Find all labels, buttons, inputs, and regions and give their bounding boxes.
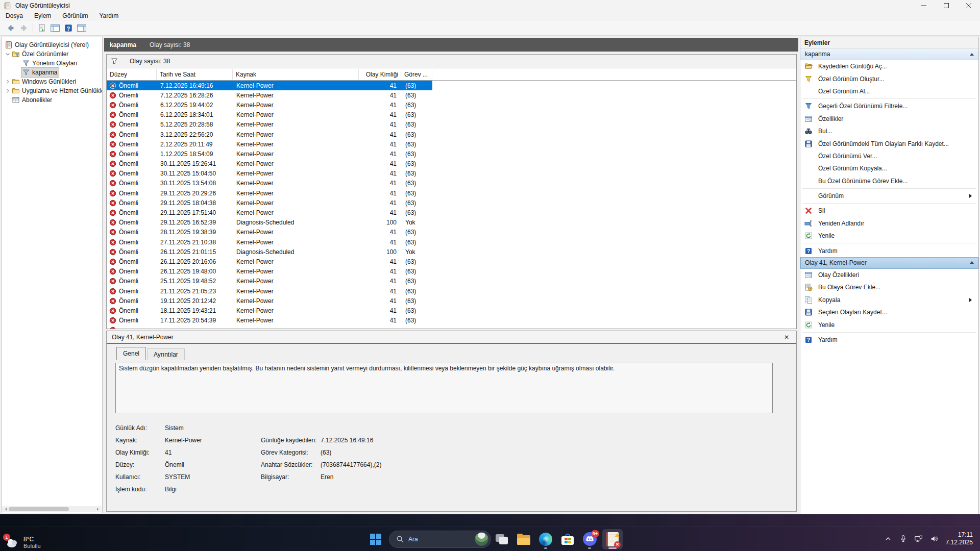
menu-dosya[interactable]: Dosya bbox=[0, 11, 29, 21]
show-console-tree-button[interactable] bbox=[48, 22, 62, 34]
event-row[interactable]: Önemli7.12.2025 16:49:16Kernel-Power41(6… bbox=[107, 81, 432, 90]
tree-item-olay-g-r-nt-leyicisi-yerel-[interactable]: Olay Görüntüleyicisi (Yerel) bbox=[2, 40, 102, 49]
tree-expander-right[interactable] bbox=[4, 87, 11, 94]
event-row[interactable]: Önemli30.11.2025 13:54:08Kernel-Power41(… bbox=[107, 179, 432, 188]
event-row[interactable]: Önemli5.12.2025 20:28:58Kernel-Power41(6… bbox=[107, 120, 432, 130]
detail-close-icon[interactable]: ✕ bbox=[782, 334, 791, 341]
event-row[interactable]: Önemli25.11.2025 19:48:52Kernel-Power41(… bbox=[107, 277, 432, 286]
event-row[interactable]: Önemli21.11.2025 21:05:23Kernel-Power41(… bbox=[107, 286, 432, 296]
discord-button[interactable]: 9+ bbox=[579, 529, 600, 549]
export-list-button[interactable] bbox=[35, 22, 48, 34]
action-yard-m[interactable]: ?Yardım bbox=[800, 244, 978, 257]
event-row[interactable]: Önemli30.11.2025 15:26:41Kernel-Power41(… bbox=[107, 159, 432, 169]
microsoft-store-button[interactable] bbox=[557, 529, 578, 549]
task-view-button[interactable] bbox=[492, 529, 512, 549]
action--zel-g-r-n-m-olu-tur[interactable]: Özel Görünüm Oluştur... bbox=[800, 72, 978, 85]
event-row[interactable]: Önemli26.11.2025 20:16:06Kernel-Power41(… bbox=[107, 257, 432, 266]
event-row[interactable]: Önemli26.11.2025 21:01:15Diagnosis-Sched… bbox=[107, 247, 432, 257]
minimize-button[interactable] bbox=[913, 0, 935, 11]
action--zellikler[interactable]: Özellikler bbox=[800, 113, 978, 125]
tree-horizontal-scrollbar[interactable] bbox=[2, 506, 102, 512]
action--zel-g-r-n-mdeki-t-m-olaylar-farkl-kaydet[interactable]: Özel Görünümdeki Tüm Olayları Farklı Kay… bbox=[800, 137, 978, 149]
tree-item-y-netim-olaylar-[interactable]: Yönetim Olayları bbox=[2, 59, 102, 68]
event-row[interactable]: Önemli1.12.2025 18:54:09Kernel-Power41(6… bbox=[107, 149, 432, 159]
action-ge-erli-zel-g-r-n-m-filtrele[interactable]: Geçerli Özel Görünümü Filtrele... bbox=[800, 100, 978, 112]
tree-expander-right[interactable] bbox=[4, 78, 11, 85]
start-button[interactable] bbox=[365, 529, 386, 549]
column-separator[interactable] bbox=[432, 69, 432, 80]
event-row[interactable]: Önemli28.11.2025 19:38:39Kernel-Power41(… bbox=[107, 228, 432, 237]
collapse-chevron-icon[interactable] bbox=[970, 51, 974, 56]
event-description[interactable]: Sistem düzgün kapatılmadan yeniden başla… bbox=[115, 363, 773, 413]
tree-item-windows-g-nl-kleri[interactable]: Windows Günlükleri bbox=[2, 77, 102, 86]
event-row[interactable]: Önemli17.11.2025 20:54:39Kernel-Power41(… bbox=[107, 316, 432, 325]
search-highlight-image[interactable] bbox=[475, 532, 488, 546]
event-row[interactable]: Önemli6.12.2025 18:34:01Kernel-Power41(6… bbox=[107, 110, 432, 120]
event-row[interactable]: Önemli29.11.2025 18:04:38Kernel-Power41(… bbox=[107, 198, 432, 208]
action-bu-olaya-g-rev-ekle[interactable]: Bu Olaya Görev Ekle... bbox=[800, 281, 978, 293]
event-row[interactable]: Önemli6.12.2025 19:44:02Kernel-Power41(6… bbox=[107, 100, 432, 110]
volume-icon[interactable] bbox=[926, 527, 942, 551]
maximize-button[interactable] bbox=[935, 0, 958, 11]
weather-widget[interactable]: 1 8°C Bulutlu bbox=[5, 536, 41, 549]
action-bu-zel-g-r-n-me-g-rev-ekle[interactable]: Bu Özel Görünüme Görev Ekle... bbox=[800, 175, 978, 187]
menu-yardm[interactable]: Yardım bbox=[93, 11, 124, 21]
tree-item--zel-g-r-n-mler[interactable]: Özel Görünümler bbox=[2, 49, 102, 59]
event-row[interactable]: Önemli29.11.2025 20:29:26Kernel-Power41(… bbox=[107, 188, 432, 198]
event-row-partial[interactable] bbox=[107, 325, 432, 329]
action--zel-g-r-n-m-al[interactable]: Özel Görünüm Al... bbox=[800, 85, 978, 97]
column-header-d-zey[interactable]: Düzey bbox=[107, 68, 157, 81]
menu-grnm[interactable]: Görünüm bbox=[57, 11, 93, 21]
action-sil[interactable]: Sil bbox=[800, 205, 978, 217]
tree-item-uygulama-ve-hizmet-g-nl-kleri[interactable]: Uygulama ve Hizmet Günlükleri bbox=[2, 86, 102, 95]
scroll-left-arrow[interactable] bbox=[4, 508, 7, 511]
event-row[interactable]: Önemli29.11.2025 17:51:40Kernel-Power41(… bbox=[107, 208, 432, 217]
column-header-tarih-ve-saat[interactable]: Tarih ve Saat bbox=[157, 68, 233, 81]
event-viewer-taskbar-button[interactable]: ✕ bbox=[602, 529, 623, 549]
event-row[interactable]: Önemli7.12.2025 16:28:26Kernel-Power41(6… bbox=[107, 90, 432, 100]
close-button[interactable] bbox=[958, 0, 980, 11]
actions-section-header-kapanma[interactable]: kapanma bbox=[800, 48, 978, 60]
action-bul[interactable]: Bul... bbox=[800, 125, 978, 137]
action-yard-m[interactable]: ?Yardım bbox=[800, 334, 978, 346]
file-explorer-button[interactable] bbox=[513, 529, 534, 549]
menu-eylem[interactable]: Eylem bbox=[29, 11, 57, 21]
tab-genel[interactable]: Genel bbox=[116, 347, 146, 360]
tree-expander-down[interactable] bbox=[4, 51, 11, 58]
tree-item-abonelikler[interactable]: Abonelikler bbox=[2, 95, 102, 105]
action-yenile[interactable]: Yenile bbox=[800, 318, 978, 331]
action-yeniden-adland-r[interactable]: Yeniden Adlandır bbox=[800, 217, 978, 230]
action--zel-g-r-n-m-kopyala[interactable]: Özel Görünüm Kopyala... bbox=[800, 162, 978, 174]
event-row[interactable]: Önemli30.11.2025 15:04:50Kernel-Power41(… bbox=[107, 169, 432, 179]
forward-button[interactable] bbox=[17, 22, 31, 34]
actions-section-header-olay-41-kernel-power[interactable]: Olay 41, Kernel-Power bbox=[800, 257, 978, 269]
event-row[interactable]: Önemli27.11.2025 21:10:38Kernel-Power41(… bbox=[107, 237, 432, 247]
action-kopyala[interactable]: Kopyala bbox=[800, 294, 978, 306]
clock-widget[interactable]: 17:11 7.12.2025 bbox=[946, 531, 973, 546]
action-kaydedilen-g-nl-a[interactable]: Kaydedilen Günlüğü Aç... bbox=[800, 60, 978, 72]
show-action-pane-button[interactable] bbox=[75, 22, 88, 34]
action-yenile[interactable]: Yenile bbox=[800, 230, 978, 242]
search-input[interactable]: Ara bbox=[389, 531, 491, 548]
column-header-kaynak[interactable]: Kaynak bbox=[233, 68, 359, 81]
scrollbar-thumb[interactable] bbox=[9, 507, 69, 511]
column-header-olay-kimli-i[interactable]: Olay Kimliği bbox=[359, 68, 401, 81]
event-row[interactable]: Önemli18.11.2025 19:43:21Kernel-Power41(… bbox=[107, 306, 432, 315]
action--zel-g-r-n-m-ver[interactable]: Özel Görünümü Ver... bbox=[800, 150, 978, 162]
action-se-ilen-olaylar-kaydet[interactable]: Seçilen Olayları Kaydet... bbox=[800, 306, 978, 318]
event-row[interactable]: Önemli26.11.2025 19:48:00Kernel-Power41(… bbox=[107, 267, 432, 277]
column-header-g-rev-[interactable]: Görev ... bbox=[401, 68, 432, 81]
tray-overflow-chevron-icon[interactable] bbox=[880, 527, 896, 551]
network-icon[interactable] bbox=[911, 527, 926, 551]
event-row[interactable]: Önemli29.11.2025 16:52:39Diagnosis-Sched… bbox=[107, 218, 432, 228]
back-button[interactable] bbox=[4, 22, 17, 34]
microphone-icon[interactable] bbox=[896, 527, 911, 551]
edge-button[interactable] bbox=[535, 529, 556, 549]
collapse-chevron-icon[interactable] bbox=[970, 259, 974, 264]
action-olay-zellikleri[interactable]: Olay Özellikleri bbox=[800, 269, 978, 281]
event-row[interactable]: Önemli19.11.2025 20:12:42Kernel-Power41(… bbox=[107, 296, 432, 306]
action-g-r-n-m[interactable]: Görünüm bbox=[800, 190, 978, 202]
help-toolbar-button[interactable]: ? bbox=[62, 22, 75, 34]
scroll-right-arrow[interactable] bbox=[97, 508, 100, 511]
tree-item-kapanma[interactable]: kapanma bbox=[2, 68, 102, 77]
